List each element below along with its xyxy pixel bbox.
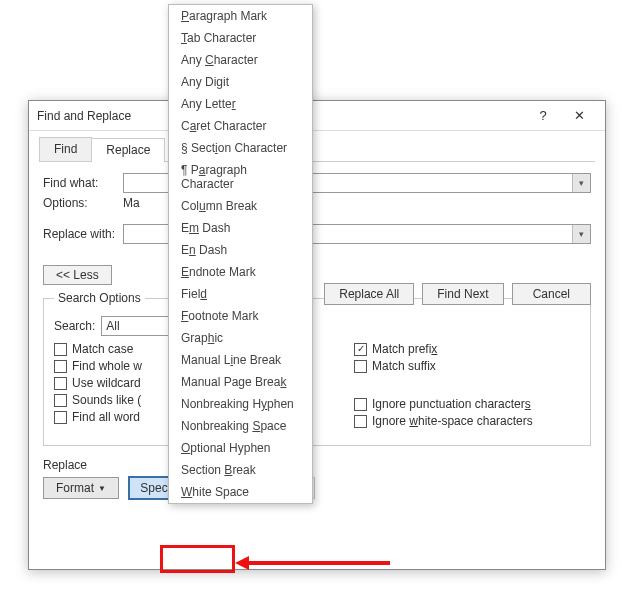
tab-strip: Find Replace (39, 137, 595, 162)
titlebar: Find and Replace ? ✕ (29, 101, 605, 131)
checkbox-label: Ignore punctuation characters (372, 397, 531, 411)
checkbox-box (354, 360, 367, 373)
checkbox-match-suffix[interactable]: Match suffix (354, 359, 580, 373)
checkbox-label: Sounds like ( (72, 393, 141, 407)
checkbox-label: Match suffix (372, 359, 436, 373)
find-what-label: Find what: (43, 176, 123, 190)
replace-section-label: Replace (43, 458, 591, 472)
format-button[interactable]: Format ▼ (43, 477, 119, 499)
less-button[interactable]: << Less (43, 265, 112, 285)
action-button-row: Replace All Find Next Cancel (324, 283, 591, 305)
options-value: Ma (123, 196, 140, 210)
menu-item-column-break[interactable]: Column Break (169, 195, 312, 217)
checkbox-box (54, 411, 67, 424)
menu-item-nonbreaking-hyphen[interactable]: Nonbreaking Hyphen (169, 393, 312, 415)
checkbox-label: Match case (72, 342, 133, 356)
checkbox-box (54, 377, 67, 390)
menu-item-any-digit[interactable]: Any Digit (169, 71, 312, 93)
menu-item-en-dash[interactable]: En Dash (169, 239, 312, 261)
menu-item-em-dash[interactable]: Em Dash (169, 217, 312, 239)
search-direction-label: Search: (54, 319, 95, 333)
menu-item-paragraph-character[interactable]: ¶ Paragraph Character (169, 159, 312, 195)
chevron-down-icon[interactable]: ▾ (572, 225, 590, 243)
menu-item-manual-page-break[interactable]: Manual Page Break (169, 371, 312, 393)
search-options-legend: Search Options (54, 291, 145, 305)
checkbox-label: Ignore white-space characters (372, 414, 533, 428)
tab-label: Find (54, 142, 77, 156)
menu-item-optional-hyphen[interactable]: Optional Hyphen (169, 437, 312, 459)
menu-item-section-character[interactable]: § Section Character (169, 137, 312, 159)
search-options-group: Search Options Search: All ▾ Match case … (43, 291, 591, 446)
menu-item-paragraph-mark[interactable]: Paragraph Mark (169, 5, 312, 27)
checkbox-box (54, 394, 67, 407)
special-menu-popup: Paragraph Mark Tab Character Any Charact… (168, 4, 313, 504)
close-button[interactable]: ✕ (561, 104, 597, 128)
button-label: Format (56, 481, 94, 495)
checkbox-label: Find whole w (72, 359, 142, 373)
replace-all-button[interactable]: Replace All (324, 283, 414, 305)
checkbox-ignore-punctuation[interactable]: Ignore punctuation characters (354, 397, 580, 411)
checkbox-label: Use wildcard (72, 376, 141, 390)
caret-down-icon: ▼ (98, 484, 106, 493)
tab-find[interactable]: Find (39, 137, 92, 161)
checkbox-label: Find all word (72, 410, 140, 424)
checkbox-box (54, 343, 67, 356)
menu-item-graphic[interactable]: Graphic (169, 327, 312, 349)
menu-item-nonbreaking-space[interactable]: Nonbreaking Space (169, 415, 312, 437)
menu-item-tab-character[interactable]: Tab Character (169, 27, 312, 49)
checkbox-box (354, 415, 367, 428)
checkbox-match-prefix[interactable]: Match prefix (354, 342, 580, 356)
checkbox-ignore-whitespace[interactable]: Ignore white-space characters (354, 414, 580, 428)
menu-item-section-break[interactable]: Section Break (169, 459, 312, 481)
cancel-button[interactable]: Cancel (512, 283, 591, 305)
options-label: Options: (43, 196, 123, 210)
menu-item-manual-line-break[interactable]: Manual Line Break (169, 349, 312, 371)
checkbox-box (54, 360, 67, 373)
checkbox-box (354, 398, 367, 411)
chevron-down-icon[interactable]: ▾ (572, 174, 590, 192)
replace-with-label: Replace with: (43, 227, 123, 241)
dialog-content: Find what: ▾ Options: Ma Replace with: ▾… (29, 162, 605, 508)
menu-item-caret-character[interactable]: Caret Character (169, 115, 312, 137)
checkbox-label: Match prefix (372, 342, 437, 356)
tab-replace[interactable]: Replace (91, 138, 165, 162)
help-button[interactable]: ? (525, 104, 561, 128)
find-next-button[interactable]: Find Next (422, 283, 503, 305)
tab-label: Replace (106, 143, 150, 157)
find-replace-dialog: Find and Replace ? ✕ Find Replace Find w… (28, 100, 606, 570)
replace-formatting-section: Replace Format ▼ Special ▼ No Formatting (43, 458, 591, 500)
menu-item-endnote-mark[interactable]: Endnote Mark (169, 261, 312, 283)
menu-item-any-letter[interactable]: Any Letter (169, 93, 312, 115)
menu-item-footnote-mark[interactable]: Footnote Mark (169, 305, 312, 327)
menu-item-field[interactable]: Field (169, 283, 312, 305)
menu-item-white-space[interactable]: White Space (169, 481, 312, 503)
search-direction-value: All (106, 319, 119, 333)
menu-item-any-character[interactable]: Any Character (169, 49, 312, 71)
checkbox-box (354, 343, 367, 356)
